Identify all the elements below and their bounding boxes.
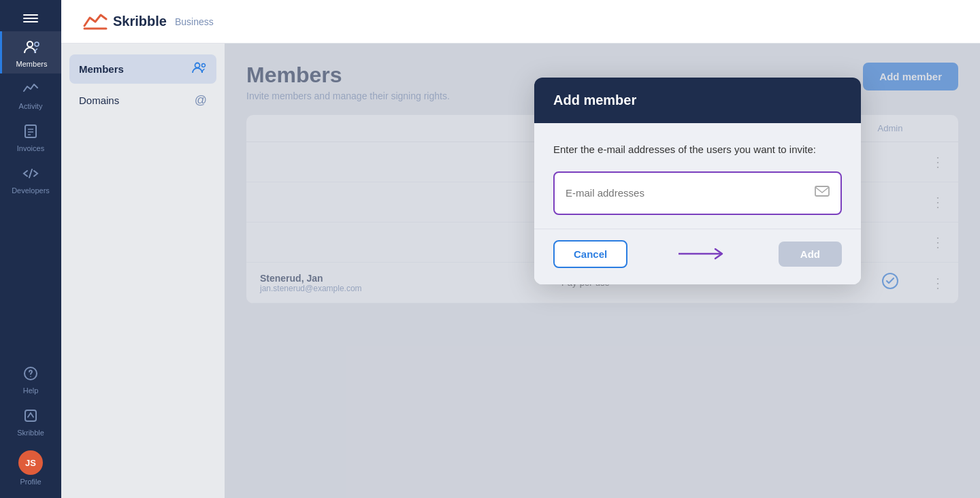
content-area: Members Domains @ Members [61,44,980,498]
modal-title: Add member [553,93,842,108]
modal-body: Enter the e-mail addresses of the users … [534,123,861,229]
sidebar-label-help: Help [23,386,39,395]
invoices-icon [23,124,38,142]
svg-line-6 [29,169,32,178]
sidebar-nav: Members Activity Invoices [0,31,61,358]
logo-icon [83,12,108,31]
developers-icon [22,166,39,184]
profile-item[interactable]: JS Profile [0,442,61,491]
sub-sidebar: Members Domains @ [61,44,225,498]
email-icon [815,185,830,201]
svg-point-1 [35,42,39,46]
svg-rect-2 [25,125,36,137]
sidebar-label-members: Members [16,60,48,68]
logo: Skribble Business [83,12,214,31]
sidebar-item-help[interactable]: Help [0,358,61,400]
logo-name: Skribble [113,14,167,29]
sidebar-label-invoices: Invoices [17,144,44,152]
modal-footer: Cancel Add [534,229,861,284]
sub-nav-members-icon [192,61,207,77]
sub-nav-domains-label: Domains [79,95,119,106]
svg-point-12 [202,64,206,67]
sidebar-item-invoices[interactable]: Invoices [0,116,61,158]
sub-nav-domains[interactable]: Domains @ [69,86,216,114]
svg-rect-14 [815,186,829,196]
sidebar-bottom: Help Skribble JS Profile [0,358,61,498]
sidebar-label-developers: Developers [12,186,50,195]
arrow-icon [676,246,730,262]
add-member-modal: Add member Enter the e-mail addresses of… [534,78,861,284]
sidebar-item-developers[interactable]: Developers [0,158,61,200]
email-input-wrap [553,171,842,215]
page-content: Members Invite members and manage their … [225,44,980,498]
modal-description: Enter the e-mail addresses of the users … [553,142,842,158]
topbar: Skribble Business [61,0,980,44]
email-input[interactable] [566,187,815,199]
logo-business: Business [175,16,214,27]
avatar: JS [18,450,43,475]
sidebar-item-skribble[interactable]: Skribble [0,400,61,442]
sidebar-item-members[interactable]: Members [0,31,61,73]
add-button[interactable]: Add [779,242,842,267]
svg-point-8 [30,376,31,378]
modal-header: Add member [534,78,861,123]
sub-nav-members[interactable]: Members [69,54,216,84]
cancel-button[interactable]: Cancel [553,240,627,268]
arrow-area [627,246,779,262]
sub-nav-members-label: Members [79,63,124,75]
sub-nav-domains-icon: @ [195,93,207,107]
activity-icon [22,82,39,99]
skribble-icon [23,408,38,426]
sidebar-label-skribble: Skribble [17,429,44,437]
main: Skribble Business Members Domains [61,0,980,498]
sidebar-label-profile: Profile [20,478,41,486]
svg-point-0 [27,42,33,47]
help-icon [23,366,38,384]
members-icon [23,39,41,57]
sidebar-item-activity[interactable]: Activity [0,73,61,116]
sidebar-label-activity: Activity [19,102,43,110]
sidebar: Members Activity Invoices [0,0,61,498]
svg-point-11 [195,63,200,68]
hamburger-menu[interactable] [0,0,61,31]
